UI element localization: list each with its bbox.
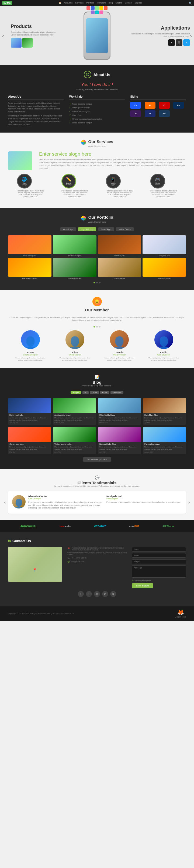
member-card-leolin: 👤 Leolin Web Developer Viverra adipiscin… — [148, 330, 180, 362]
blog-grid-row2: Curto narp utap Etras uma anturus adiput… — [8, 427, 186, 454]
web-design-circle[interactable]: 🌐 WebDesign — [17, 174, 32, 188]
dot-1[interactable] — [93, 282, 95, 283]
blog-date-3: March 12th — [100, 422, 140, 424]
facebook-icon[interactable]: f — [78, 591, 84, 597]
portfolio-item[interactable]: Fuenas Knock inglas — [8, 258, 52, 279]
work-col: Work I do ✓Fusce essential congue ✓Lorem… — [69, 95, 125, 127]
member-dot-3[interactable] — [99, 326, 101, 328]
test-client2-quote: Pellentesque et lorem porttitor nisi ali… — [106, 501, 182, 504]
blog-text-4: Forum uma anturus adiputar porttitor nas… — [144, 417, 185, 421]
contact-columns: 📍 📍 Fusce adipiscing, Consectetur adipis… — [8, 547, 186, 588]
services-content: Enter service slogn here Dulla autem eum… — [8, 151, 186, 174]
blog-date-5: May 1st — [9, 451, 50, 453]
dot-2[interactable] — [96, 282, 98, 283]
blog-post-3: Etian Makla Sleep Vivien uma anturus adi… — [98, 398, 141, 425]
form-subject-input[interactable] — [132, 559, 186, 564]
blog-content-1: Dolor risut tale Adevm uma anturus adipu… — [8, 413, 51, 425]
portfolio-item[interactable]: Donka hac inglas — [53, 235, 96, 256]
leolin-avatar: 👤 — [155, 330, 173, 349]
nav-services[interactable]: Services — [75, 2, 84, 4]
tab-mobile-games[interactable]: Mobile Games — [116, 227, 134, 231]
tag-js[interactable]: Javascript — [110, 391, 123, 394]
home-icon[interactable]: 🏠 — [58, 2, 61, 4]
form-name-input[interactable] — [132, 547, 186, 552]
tab-mobile-apps[interactable]: Mobile Apps — [98, 227, 114, 231]
test-client-quote: Pellentesque et lorem porttitor nisi ali… — [28, 501, 104, 509]
skills-col-title: Skills — [130, 95, 186, 100]
dot-3[interactable] — [99, 282, 101, 283]
form-email-input[interactable] — [132, 553, 186, 558]
portfolio-item[interactable]: Vicinus blinker puls — [53, 258, 96, 279]
show-more-button[interactable]: Show More | 31 / 65 — [83, 457, 110, 462]
member-description: Consectetur adipiscing elit. Donec pelle… — [8, 316, 186, 322]
work-col-title: Work I do — [69, 95, 125, 100]
leolin-role: Web Developer — [148, 354, 180, 356]
nav-blog[interactable]: Blog — [109, 2, 113, 4]
blog-text-7: Porta uma anturus adiputar porttitor nas… — [100, 446, 140, 451]
portfolio-item[interactable]: Finaly tolla bola — [142, 235, 186, 256]
test-next-arrow[interactable]: › — [188, 499, 190, 505]
hero-right-content: Applications Fuels auctor mauris tempor … — [129, 21, 194, 50]
nav-explore[interactable]: Explore — [135, 2, 142, 4]
plane-icon: ✈ — [132, 580, 134, 582]
nav-clients[interactable]: Clients — [116, 2, 122, 4]
nav-about[interactable]: About us — [64, 2, 73, 4]
contact-address-row: 📍 Fusce adipiscing, Consectetur adipisci… — [67, 547, 127, 551]
port-image-1 — [8, 235, 52, 254]
blog-title-3: Etian Makla Sleep — [100, 414, 140, 416]
blog-title-7: Namus Cluka Sika — [100, 443, 140, 445]
rss-icon[interactable]: ⊕ — [94, 591, 100, 597]
prev-arrow[interactable]: ‹ — [2, 33, 4, 39]
contact-email: info@sjme.com — [71, 561, 84, 562]
submit-button[interactable]: Send it Now ! — [132, 583, 153, 588]
footer-plane-icon: 🦊 Joom Fox — [175, 609, 186, 618]
skill-flash: Fl — [159, 102, 170, 108]
portfolio-item[interactable]: Donka bela kas — [98, 258, 141, 279]
work-item: ✓Fusce essential congue — [69, 121, 125, 124]
send-message-label: ✈ Sending to yourself — [132, 580, 186, 582]
header: SJ Mo 🏠 About us Services Portfolio Memb… — [0, 0, 194, 6]
alica-avatar: 👤 — [65, 330, 84, 349]
form-message-textarea[interactable] — [132, 565, 186, 578]
member-dots — [8, 326, 186, 328]
jasmin-silhouette: 👤 — [112, 337, 127, 349]
email-social-icon[interactable]: @ — [110, 591, 116, 597]
port-label-5: Fuenas Knock inglas — [8, 278, 52, 279]
blog-img-7 — [98, 427, 141, 442]
nav-portfolio[interactable]: Portfolio — [86, 2, 94, 4]
test-content: 👤 Mhaze in Cacito Web Developer Pellente… — [12, 495, 182, 509]
test-avatar: 👤 — [12, 495, 26, 508]
map-placeholder: 📍 — [8, 547, 62, 582]
blog-content-2: Amaka rigla forum Magnum uma anturus adi… — [53, 413, 96, 425]
linkedin-icon[interactable]: in — [102, 591, 108, 597]
mobile-apps-circle[interactable]: 📱 MobileApps — [106, 174, 121, 188]
tab-logo-identity[interactable]: Logo & Identity — [78, 227, 96, 231]
nav-contact[interactable]: Contact — [125, 2, 132, 4]
blog-content-7: Namus Cluka Sika Porta uma anturus adipu… — [98, 442, 141, 454]
portfolio-item[interactable]: Dolor pretio guias — [8, 235, 52, 256]
tag-ui[interactable]: UI — [82, 391, 89, 394]
nav-members[interactable]: Members — [97, 2, 106, 4]
logo-identity-circle[interactable]: ✏️ Logo &Identity — [61, 174, 76, 188]
blog-img-4 — [143, 398, 186, 413]
tab-web-design[interactable]: Web Design — [60, 227, 76, 231]
search-icon[interactable]: 🔍 — [189, 2, 192, 5]
adam-desc: Viverra adipiscing elit pretium mauris v… — [14, 357, 47, 362]
service-item-logo: ✏️ Logo &Identity Pellentesque doluret v… — [61, 174, 88, 197]
tag-css[interactable]: CSS3 — [90, 391, 99, 394]
mobile-games-circle[interactable]: 🎮 MobileGames — [150, 174, 165, 188]
tag-all[interactable]: Blog All — [71, 391, 81, 394]
portfolio-item[interactable]: Latun dolor glanen — [142, 258, 186, 279]
contact-address2: Lorem consectetur inaida Purgilla. Delic… — [67, 552, 127, 556]
twitter-icon[interactable]: t — [86, 591, 92, 597]
member-dot-2[interactable] — [96, 326, 98, 328]
family-image — [8, 151, 32, 170]
portfolio-item[interactable]: Vivid faco puts — [98, 235, 141, 256]
jasmin-role: Web Developer — [103, 354, 136, 356]
show-more-area: Show More | 31 / 65 — [8, 457, 186, 462]
member-dot-1[interactable] — [93, 326, 95, 328]
tag-html[interactable]: HTML — [100, 391, 109, 394]
next-arrow[interactable]: › — [190, 33, 192, 39]
partners-section: jJomSocial beataudio CREATIVE corePHP JM… — [0, 520, 194, 532]
test-prev-arrow[interactable]: ‹ — [4, 499, 6, 505]
